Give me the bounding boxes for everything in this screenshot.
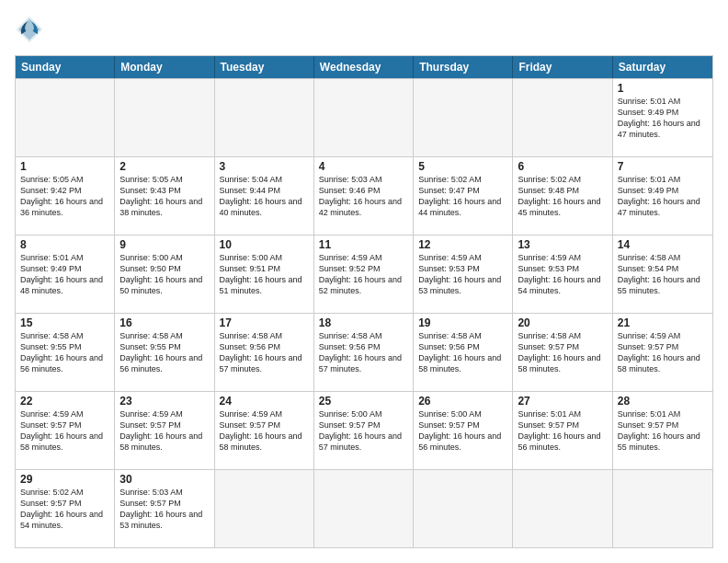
day-number: 27	[518, 395, 607, 408]
day-info: Sunrise: 5:00 AM Sunset: 9:57 PM Dayligh…	[418, 408, 507, 454]
cal-row-1: 1Sunrise: 5:05 AM Sunset: 9:42 PM Daylig…	[16, 156, 712, 235]
cal-row-5: 29Sunrise: 5:02 AM Sunset: 9:57 PM Dayli…	[16, 469, 712, 547]
day-number: 13	[518, 238, 607, 251]
cal-cell-empty	[314, 79, 414, 156]
cal-cell-13: 13Sunrise: 4:59 AM Sunset: 9:53 PM Dayli…	[513, 236, 612, 313]
cal-cell-14: 14Sunrise: 4:58 AM Sunset: 9:54 PM Dayli…	[613, 236, 712, 313]
cal-header-friday: Friday	[513, 56, 612, 78]
logo	[15, 15, 48, 44]
day-info: Sunrise: 5:02 AM Sunset: 9:47 PM Dayligh…	[418, 174, 507, 219]
cal-cell-empty	[613, 470, 712, 547]
cal-cell-18: 18Sunrise: 4:58 AM Sunset: 9:56 PM Dayli…	[314, 314, 414, 391]
header	[15, 15, 713, 44]
day-number: 25	[319, 395, 408, 408]
day-number: 1	[20, 160, 109, 173]
day-info: Sunrise: 5:00 AM Sunset: 9:57 PM Dayligh…	[319, 408, 408, 454]
cal-cell-30: 30Sunrise: 5:03 AM Sunset: 9:57 PM Dayli…	[115, 470, 214, 547]
day-info: Sunrise: 5:01 AM Sunset: 9:49 PM Dayligh…	[618, 174, 708, 219]
day-number: 14	[618, 238, 708, 251]
day-info: Sunrise: 4:59 AM Sunset: 9:53 PM Dayligh…	[518, 252, 607, 297]
cal-header-saturday: Saturday	[613, 56, 712, 78]
cal-cell-empty	[513, 470, 612, 547]
day-number: 1	[618, 82, 708, 95]
day-info: Sunrise: 5:01 AM Sunset: 9:57 PM Dayligh…	[518, 408, 607, 454]
day-number: 6	[518, 160, 607, 173]
cal-cell-6: 6Sunrise: 5:02 AM Sunset: 9:48 PM Daylig…	[513, 157, 612, 235]
cal-cell-11: 11Sunrise: 4:59 AM Sunset: 9:52 PM Dayli…	[314, 236, 414, 313]
day-number: 29	[20, 473, 109, 486]
cal-cell-9: 9Sunrise: 5:00 AM Sunset: 9:50 PM Daylig…	[115, 236, 214, 313]
cal-cell-empty	[115, 79, 214, 156]
cal-cell-empty	[513, 79, 612, 156]
cal-cell-19: 19Sunrise: 4:58 AM Sunset: 9:56 PM Dayli…	[414, 314, 513, 391]
cal-cell-empty	[215, 79, 314, 156]
cal-cell-7: 7Sunrise: 5:01 AM Sunset: 9:49 PM Daylig…	[613, 157, 712, 235]
day-info: Sunrise: 5:00 AM Sunset: 9:51 PM Dayligh…	[220, 252, 309, 297]
day-number: 15	[20, 316, 109, 329]
day-number: 21	[618, 316, 708, 329]
logo-icon	[15, 15, 44, 44]
cal-cell-28: 28Sunrise: 5:01 AM Sunset: 9:57 PM Dayli…	[613, 392, 712, 469]
day-info: Sunrise: 5:04 AM Sunset: 9:44 PM Dayligh…	[220, 174, 309, 219]
day-info: Sunrise: 4:59 AM Sunset: 9:57 PM Dayligh…	[20, 408, 109, 454]
cal-cell-17: 17Sunrise: 4:58 AM Sunset: 9:56 PM Dayli…	[215, 314, 314, 391]
cal-cell-5: 5Sunrise: 5:02 AM Sunset: 9:47 PM Daylig…	[414, 157, 513, 235]
calendar-header-row: SundayMondayTuesdayWednesdayThursdayFrid…	[16, 56, 712, 78]
cal-cell-29: 29Sunrise: 5:02 AM Sunset: 9:57 PM Dayli…	[16, 470, 115, 547]
day-info: Sunrise: 5:00 AM Sunset: 9:50 PM Dayligh…	[119, 252, 209, 297]
day-number: 11	[319, 238, 408, 251]
day-number: 23	[119, 395, 209, 408]
cal-cell-2: 2Sunrise: 5:05 AM Sunset: 9:43 PM Daylig…	[115, 157, 214, 235]
day-number: 20	[518, 316, 607, 329]
day-number: 7	[618, 160, 708, 173]
day-number: 30	[119, 473, 209, 486]
day-info: Sunrise: 5:03 AM Sunset: 9:57 PM Dayligh…	[119, 487, 209, 532]
day-number: 12	[418, 238, 507, 251]
cal-cell-1: 1Sunrise: 5:01 AM Sunset: 9:49 PM Daylig…	[613, 79, 712, 156]
cal-cell-16: 16Sunrise: 4:58 AM Sunset: 9:55 PM Dayli…	[115, 314, 214, 391]
cal-cell-empty	[414, 470, 513, 547]
cal-cell-24: 24Sunrise: 4:59 AM Sunset: 9:57 PM Dayli…	[215, 392, 314, 469]
day-number: 22	[20, 395, 109, 408]
cal-cell-8: 8Sunrise: 5:01 AM Sunset: 9:49 PM Daylig…	[16, 236, 115, 313]
day-info: Sunrise: 4:59 AM Sunset: 9:57 PM Dayligh…	[618, 330, 708, 375]
cal-header-wednesday: Wednesday	[314, 56, 414, 78]
cal-cell-10: 10Sunrise: 5:00 AM Sunset: 9:51 PM Dayli…	[215, 236, 314, 313]
day-number: 16	[119, 316, 209, 329]
day-info: Sunrise: 4:59 AM Sunset: 9:53 PM Dayligh…	[418, 252, 507, 297]
cal-cell-4: 4Sunrise: 5:03 AM Sunset: 9:46 PM Daylig…	[314, 157, 414, 235]
cal-row-3: 15Sunrise: 4:58 AM Sunset: 9:55 PM Dayli…	[16, 313, 712, 391]
day-info: Sunrise: 5:01 AM Sunset: 9:49 PM Dayligh…	[20, 252, 109, 297]
day-info: Sunrise: 5:02 AM Sunset: 9:48 PM Dayligh…	[518, 174, 607, 219]
cal-cell-23: 23Sunrise: 4:59 AM Sunset: 9:57 PM Dayli…	[115, 392, 214, 469]
day-info: Sunrise: 4:58 AM Sunset: 9:55 PM Dayligh…	[119, 330, 209, 375]
day-info: Sunrise: 4:59 AM Sunset: 9:57 PM Dayligh…	[220, 408, 309, 454]
day-info: Sunrise: 5:01 AM Sunset: 9:49 PM Dayligh…	[618, 96, 708, 141]
cal-cell-empty	[314, 470, 414, 547]
day-info: Sunrise: 4:58 AM Sunset: 9:54 PM Dayligh…	[618, 252, 708, 297]
cal-header-sunday: Sunday	[16, 56, 115, 78]
day-number: 28	[618, 395, 708, 408]
day-number: 24	[220, 395, 309, 408]
cal-cell-25: 25Sunrise: 5:00 AM Sunset: 9:57 PM Dayli…	[314, 392, 414, 469]
day-info: Sunrise: 4:59 AM Sunset: 9:52 PM Dayligh…	[319, 252, 408, 297]
day-info: Sunrise: 5:02 AM Sunset: 9:57 PM Dayligh…	[20, 487, 109, 532]
cal-header-tuesday: Tuesday	[215, 56, 314, 78]
day-number: 10	[220, 238, 309, 251]
calendar: SundayMondayTuesdayWednesdayThursdayFrid…	[15, 55, 713, 548]
day-info: Sunrise: 4:58 AM Sunset: 9:57 PM Dayligh…	[518, 330, 607, 375]
day-number: 4	[319, 160, 408, 173]
day-info: Sunrise: 5:03 AM Sunset: 9:46 PM Dayligh…	[319, 174, 408, 219]
cal-header-thursday: Thursday	[414, 56, 513, 78]
page: SundayMondayTuesdayWednesdayThursdayFrid…	[0, 0, 728, 563]
day-info: Sunrise: 4:59 AM Sunset: 9:57 PM Dayligh…	[119, 408, 209, 454]
cal-cell-empty	[414, 79, 513, 156]
calendar-body: 1Sunrise: 5:01 AM Sunset: 9:49 PM Daylig…	[16, 78, 712, 547]
cal-cell-12: 12Sunrise: 4:59 AM Sunset: 9:53 PM Dayli…	[414, 236, 513, 313]
cal-header-monday: Monday	[115, 56, 214, 78]
day-number: 3	[220, 160, 309, 173]
cal-cell-26: 26Sunrise: 5:00 AM Sunset: 9:57 PM Dayli…	[414, 392, 513, 469]
cal-cell-empty	[16, 79, 115, 156]
cal-cell-27: 27Sunrise: 5:01 AM Sunset: 9:57 PM Dayli…	[513, 392, 612, 469]
day-info: Sunrise: 5:05 AM Sunset: 9:43 PM Dayligh…	[119, 174, 209, 219]
